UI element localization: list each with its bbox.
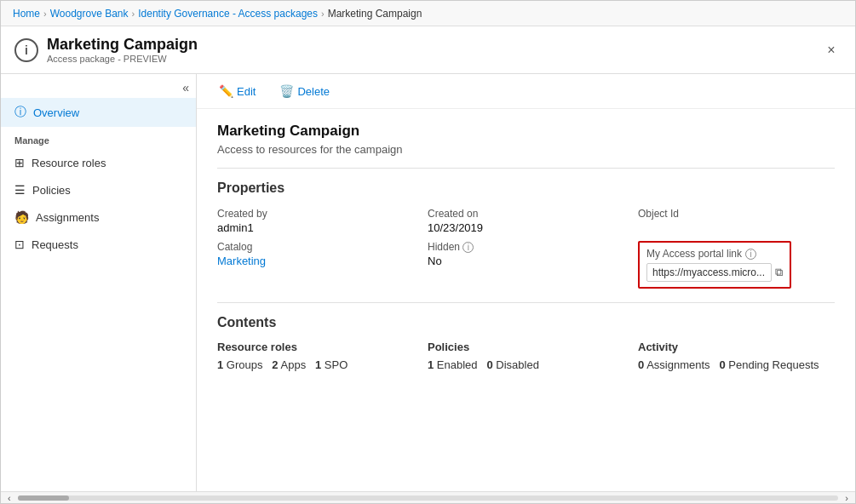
main-header: i Marketing Campaign Access package - PR…	[1, 26, 855, 74]
my-access-input-row: https://myaccess.micro... ⧉	[646, 263, 783, 282]
resource-roles-groups-label: Groups	[227, 358, 269, 371]
breadcrumb-current: Marketing Campaign	[328, 8, 422, 20]
delete-button[interactable]: 🗑️ Delete	[274, 81, 335, 101]
sidebar-overview-label: Overview	[33, 106, 79, 119]
sidebar-item-overview[interactable]: ⓘ Overview	[1, 98, 196, 127]
delete-label: Delete	[297, 85, 330, 98]
divider-1	[217, 168, 835, 169]
policies-disabled-num: 0	[486, 358, 492, 371]
my-access-info-icon[interactable]: i	[745, 249, 756, 260]
sidebar-collapse-button[interactable]: «	[1, 77, 196, 98]
properties-title: Properties	[217, 180, 835, 196]
created-by-label: Created by admin1	[217, 208, 414, 234]
resource-roles-col-value: 1 Groups 2 Apps 1 SPO	[217, 358, 414, 371]
breadcrumb-woodgrove[interactable]: Woodgrove Bank	[50, 8, 129, 20]
activity-col: Activity 0 Assignments 0 Pending Request…	[638, 341, 835, 371]
page-title: Marketing Campaign	[47, 36, 198, 54]
my-access-col: My Access portal link i https://myaccess…	[638, 241, 835, 289]
my-access-portal-box: My Access portal link i https://myaccess…	[638, 241, 791, 289]
package-description: Access to resources for the campaign	[217, 143, 835, 156]
contents-grid: Resource roles 1 Groups 2 Apps 1 SPO	[217, 341, 835, 371]
hidden-value: No	[428, 255, 624, 267]
hidden-col: Hidden i No	[428, 241, 624, 289]
policies-disabled-label: Disabled	[496, 358, 539, 371]
created-by-value: admin1	[217, 221, 414, 234]
catalog-col: Catalog Marketing	[217, 241, 414, 289]
contents-section: Contents Resource roles 1 Groups 2 Apps …	[217, 315, 835, 371]
contents-title: Contents	[217, 315, 835, 330]
sidebar-manage-label: Manage	[1, 127, 196, 149]
sidebar-assignments-label: Assignments	[36, 211, 99, 224]
hidden-label: Hidden i	[428, 241, 624, 253]
delete-icon: 🗑️	[279, 84, 294, 98]
divider-2	[217, 302, 835, 303]
my-access-label: My Access portal link i	[646, 248, 783, 260]
activity-col-value: 0 Assignments 0 Pending Requests	[638, 358, 835, 371]
resource-roles-spo-num: 1	[315, 358, 321, 371]
scroll-left-button[interactable]: ‹	[4, 493, 14, 503]
hidden-info-icon[interactable]: i	[462, 242, 474, 253]
scroll-right-button[interactable]: ›	[842, 493, 852, 503]
scroll-track[interactable]	[18, 495, 839, 501]
sidebar: « ⓘ Overview Manage ⊞ Resource roles ☰ P…	[1, 74, 197, 491]
breadcrumb-sep-1: ›	[43, 9, 47, 19]
close-button[interactable]: ×	[821, 40, 842, 60]
requests-icon: ⊡	[14, 238, 25, 251]
scroll-thumb	[18, 495, 69, 501]
activity-pending-label: Pending Requests	[728, 358, 819, 371]
breadcrumb: Home › Woodgrove Bank › Identity Governa…	[1, 1, 855, 26]
breadcrumb-identity-governance[interactable]: Identity Governance - Access packages	[138, 8, 318, 20]
breadcrumb-sep-2: ›	[132, 9, 135, 19]
catalog-value[interactable]: Marketing	[217, 255, 266, 267]
assignments-icon: 🧑	[14, 210, 29, 224]
header-title-block: Marketing Campaign Access package - PREV…	[47, 36, 198, 64]
policies-enabled-label: Enabled	[437, 358, 484, 371]
sidebar-item-requests[interactable]: ⊡ Requests	[1, 231, 196, 258]
copy-button[interactable]: ⧉	[775, 266, 783, 279]
breadcrumb-sep-3: ›	[321, 9, 325, 19]
policies-enabled-num: 1	[428, 358, 434, 371]
sidebar-item-resource-roles[interactable]: ⊞ Resource roles	[1, 149, 196, 176]
sidebar-resource-roles-label: Resource roles	[32, 157, 106, 169]
policies-col-value: 1 Enabled 0 Disabled	[428, 358, 624, 371]
sidebar-requests-label: Requests	[32, 238, 78, 251]
package-title: Marketing Campaign	[217, 123, 835, 140]
properties-section: Properties Created by admin1 Created on …	[217, 180, 835, 289]
resource-roles-groups-num: 1	[217, 358, 223, 371]
my-access-url-display: https://myaccess.micro...	[646, 263, 772, 282]
header-left: i Marketing Campaign Access package - PR…	[14, 36, 198, 64]
resource-roles-col-label: Resource roles	[217, 341, 414, 353]
properties-grid: Created by admin1 Created on 10/23/2019 …	[217, 208, 835, 289]
activity-pending-num: 0	[719, 358, 725, 371]
toolbar: ✏️ Edit 🗑️ Delete	[197, 74, 855, 109]
header-icon: i	[14, 38, 38, 62]
policies-col-label: Policies	[428, 341, 624, 353]
scrollbar-area: ‹ ›	[1, 491, 855, 503]
object-id-label: Object Id	[638, 208, 835, 234]
activity-assignments-num: 0	[638, 358, 644, 371]
edit-button[interactable]: ✏️ Edit	[214, 81, 261, 101]
catalog-label: Catalog	[217, 241, 414, 253]
content-area: ✏️ Edit 🗑️ Delete Marketing Campaign Acc…	[197, 74, 855, 491]
sidebar-item-policies[interactable]: ☰ Policies	[1, 176, 196, 203]
activity-assignments-label: Assignments	[646, 358, 716, 371]
created-on-label: Created on 10/23/2019	[428, 208, 624, 234]
policies-icon: ☰	[14, 183, 26, 197]
content-inner: Marketing Campaign Access to resources f…	[197, 109, 855, 385]
created-on-value: 10/23/2019	[428, 221, 624, 234]
resource-roles-col: Resource roles 1 Groups 2 Apps 1 SPO	[217, 341, 414, 371]
sidebar-item-assignments[interactable]: 🧑 Assignments	[1, 203, 196, 231]
policies-col: Policies 1 Enabled 0 Disabled	[428, 341, 624, 371]
body-layout: « ⓘ Overview Manage ⊞ Resource roles ☰ P…	[1, 74, 855, 491]
resource-roles-apps-label: Apps	[281, 358, 313, 371]
sidebar-policies-label: Policies	[32, 184, 71, 197]
resource-roles-spo-label: SPO	[325, 358, 348, 371]
edit-label: Edit	[237, 85, 256, 98]
page-subtitle: Access package - PREVIEW	[47, 54, 198, 64]
app-frame: Home › Woodgrove Bank › Identity Governa…	[0, 0, 856, 504]
breadcrumb-home[interactable]: Home	[13, 8, 40, 20]
resource-roles-apps-num: 2	[272, 358, 278, 371]
overview-icon: ⓘ	[14, 105, 26, 120]
edit-icon: ✏️	[219, 84, 233, 98]
activity-col-label: Activity	[638, 341, 835, 353]
